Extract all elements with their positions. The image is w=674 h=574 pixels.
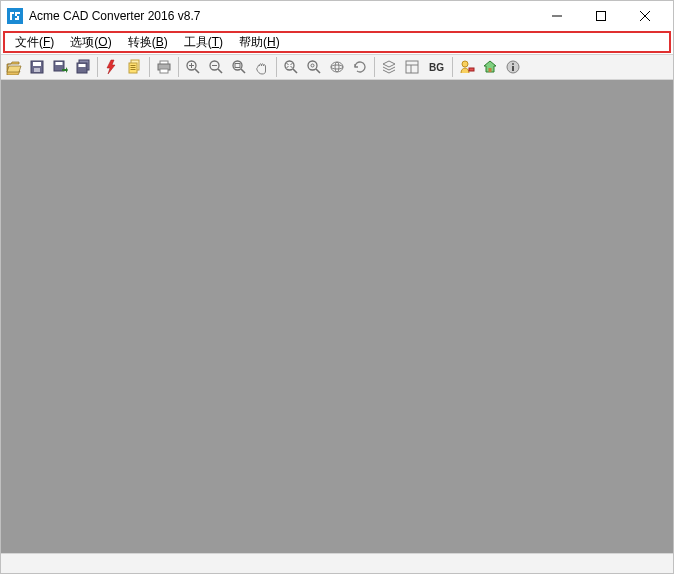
toolbar-separator — [374, 57, 375, 77]
svg-point-33 — [308, 61, 317, 70]
zoom-in-icon — [185, 59, 201, 75]
svg-rect-43 — [469, 68, 474, 71]
zoom-window-button[interactable] — [228, 56, 250, 78]
svg-point-28 — [233, 61, 242, 70]
svg-point-36 — [331, 62, 343, 72]
lightning-convert-button[interactable] — [101, 56, 123, 78]
zoom-extents-button[interactable] — [280, 56, 302, 78]
menu-bar: 文件(F) 选项(O) 转换(B) 工具(T) 帮助(H) — [3, 31, 671, 53]
zoom-out-button[interactable] — [205, 56, 227, 78]
floppy-stack-icon — [75, 59, 91, 75]
svg-rect-7 — [34, 68, 40, 72]
layers-icon — [381, 59, 397, 75]
layers-button[interactable] — [378, 56, 400, 78]
folder-open-icon — [6, 59, 22, 75]
zoom-all-button[interactable] — [303, 56, 325, 78]
toolbar-separator — [149, 57, 150, 77]
svg-rect-9 — [56, 62, 63, 65]
workspace — [1, 80, 673, 553]
save-button[interactable] — [26, 56, 48, 78]
background-button[interactable]: BG — [424, 56, 449, 78]
menu-tools[interactable]: 工具(T) — [176, 32, 231, 53]
svg-line-32 — [293, 69, 297, 73]
info-icon — [505, 59, 521, 75]
menu-options[interactable]: 选项(O) — [62, 32, 119, 53]
svg-point-38 — [335, 62, 339, 72]
svg-line-26 — [218, 69, 222, 73]
user-key-icon — [459, 59, 475, 75]
svg-rect-44 — [489, 68, 492, 72]
layout-button[interactable] — [401, 56, 423, 78]
svg-rect-47 — [512, 66, 514, 71]
status-bar — [1, 553, 673, 573]
close-button[interactable] — [623, 2, 667, 30]
save-as-button[interactable] — [49, 56, 71, 78]
about-button[interactable] — [502, 56, 524, 78]
title-bar: Acme CAD Converter 2016 v8.7 — [1, 1, 673, 31]
menu-file[interactable]: 文件(F) — [7, 32, 62, 53]
zoom-out-icon — [208, 59, 224, 75]
app-window: Acme CAD Converter 2016 v8.7 文件(F) 选项(O)… — [0, 0, 674, 574]
svg-rect-39 — [406, 61, 418, 73]
hand-icon — [254, 59, 270, 75]
svg-rect-12 — [79, 64, 86, 67]
svg-line-34 — [316, 69, 320, 73]
minimize-button[interactable] — [535, 2, 579, 30]
maximize-button[interactable] — [579, 2, 623, 30]
toolbar-separator — [452, 57, 453, 77]
print-button[interactable] — [153, 56, 175, 78]
toolbar: BG — [1, 54, 673, 80]
svg-rect-20 — [160, 69, 168, 73]
toolbar-separator — [97, 57, 98, 77]
pan-button[interactable] — [251, 56, 273, 78]
batch-convert-button[interactable] — [124, 56, 146, 78]
svg-rect-2 — [597, 12, 606, 21]
refresh-icon — [352, 59, 368, 75]
regen-button[interactable] — [349, 56, 371, 78]
svg-rect-30 — [235, 64, 240, 68]
open-button[interactable] — [3, 56, 25, 78]
toolbar-separator — [276, 57, 277, 77]
svg-point-42 — [462, 61, 468, 67]
view-3d-button[interactable] — [326, 56, 348, 78]
home-button[interactable] — [479, 56, 501, 78]
sphere-icon — [329, 59, 345, 75]
menu-help[interactable]: 帮助(H) — [231, 32, 288, 53]
svg-rect-6 — [33, 62, 41, 66]
svg-line-29 — [241, 69, 245, 73]
register-button[interactable] — [456, 56, 478, 78]
floppy-icon — [29, 59, 45, 75]
svg-point-37 — [331, 65, 343, 69]
zoom-window-icon — [231, 59, 247, 75]
menu-convert[interactable]: 转换(B) — [120, 32, 176, 53]
toolbar-separator — [178, 57, 179, 77]
zoom-extents-icon — [283, 59, 299, 75]
batch-save-button[interactable] — [72, 56, 94, 78]
svg-line-22 — [195, 69, 199, 73]
layout-icon — [404, 59, 420, 75]
home-icon — [482, 59, 498, 75]
window-title: Acme CAD Converter 2016 v8.7 — [29, 9, 535, 23]
svg-point-46 — [512, 63, 514, 65]
documents-icon — [127, 59, 143, 75]
svg-point-35 — [311, 64, 314, 67]
printer-icon — [156, 59, 172, 75]
zoom-all-icon — [306, 59, 322, 75]
app-icon — [7, 8, 23, 24]
svg-point-31 — [285, 61, 294, 70]
zoom-in-button[interactable] — [182, 56, 204, 78]
floppy-arrow-icon — [52, 59, 68, 75]
lightning-icon — [104, 59, 120, 75]
